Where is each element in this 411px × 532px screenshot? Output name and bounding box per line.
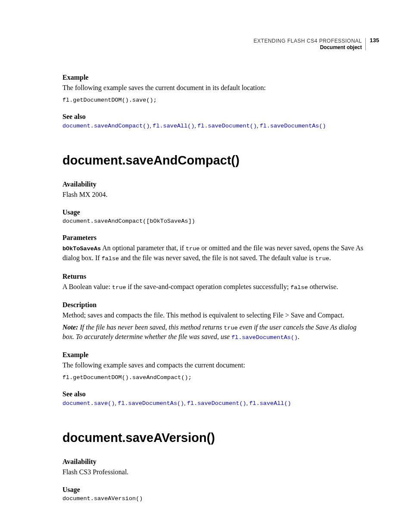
usage-heading-sav: Usage [62,486,366,494]
description-text: Method; saves and compacts the file. Thi… [62,311,366,320]
availability-text: Flash MX 2004. [62,190,366,199]
example-heading: Example [62,74,366,81]
see-also-heading-sac: See also [62,390,366,398]
availability-heading: Availability [62,180,366,188]
usage-code-sav: document.saveAVersion() [62,495,366,502]
example-text-sac: The following example saves and compacts… [62,361,366,370]
page: EXTENDING FLASH CS4 PROFESSIONAL Documen… [0,0,411,529]
link-savedocumentas-note[interactable]: fl.saveDocumentAs() [231,334,298,341]
usage-heading: Usage [62,208,366,216]
page-number: 135 [370,37,379,44]
link-save[interactable]: document.save() [62,400,115,407]
parameters-heading: Parameters [62,234,366,242]
link-saveandcompact[interactable]: document.saveAndCompact() [62,123,150,129]
link-savedocument-sac[interactable]: fl.saveDocument() [187,400,246,407]
see-also-links: document.saveAndCompact(), fl.saveAll(),… [62,122,366,129]
header-title: EXTENDING FLASH CS4 PROFESSIONAL [62,38,362,44]
link-savedocumentas-sac[interactable]: fl.saveDocumentAs() [118,400,184,407]
link-saveall[interactable]: fl.saveAll() [153,123,194,129]
example-heading-sac: Example [62,351,366,359]
availability-text-sav: Flash CS3 Professional. [62,467,366,477]
running-header: EXTENDING FLASH CS4 PROFESSIONAL Documen… [62,38,366,50]
method-saveandcompact-heading: document.saveAndCompact() [62,153,366,168]
link-saveall-sac[interactable]: fl.saveAll() [249,400,291,407]
see-also-links-sac: document.save(), fl.saveDocumentAs(), fl… [62,400,366,407]
example-text: The following example saves the current … [62,83,366,93]
note-text: Note: If the file has never been saved, … [62,323,366,342]
parameter-description: bOkToSaveAs An optional parameter that, … [62,243,366,263]
method-saveaversion-heading: document.saveAVersion() [62,431,366,445]
param-name: bOkToSaveAs [62,246,101,252]
link-savedocumentas[interactable]: fl.saveDocumentAs() [260,123,326,129]
returns-text: A Boolean value: true if the save-and-co… [62,282,366,292]
usage-code: document.saveAndCompact([bOkToSaveAs]) [62,218,366,224]
example-code-sac: fl.getDocumentDOM().saveAndCompact(); [62,374,366,381]
see-also-heading: See also [62,113,366,121]
availability-heading-sav: Availability [62,458,366,466]
link-savedocument[interactable]: fl.saveDocument() [197,123,257,129]
header-subtitle: Document object [62,44,362,50]
example-code: fl.getDocumentDOM().save(); [62,97,366,103]
returns-heading: Returns [62,273,366,280]
description-heading: Description [62,301,366,309]
